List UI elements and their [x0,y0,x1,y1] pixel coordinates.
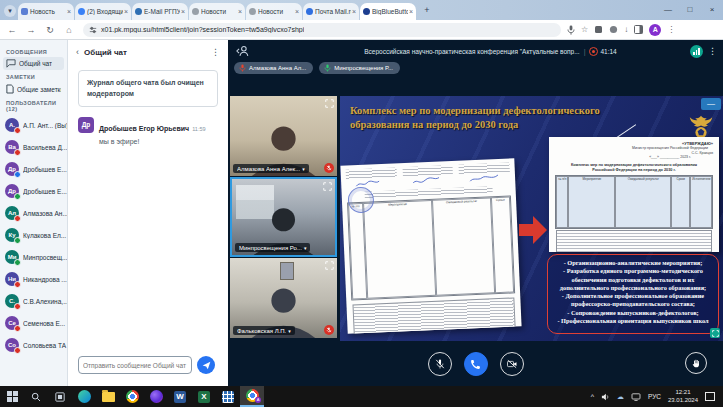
share-webcam-button[interactable] [500,352,524,376]
chat-title: Общий чат [84,48,211,57]
network-icon[interactable] [631,393,641,401]
leave-audio-button[interactable] [464,352,488,376]
user-list-item[interactable]: Ал Алмазова Ан... [0,202,67,224]
chrome-icon[interactable] [120,386,144,407]
side-panel-icon[interactable] [634,25,643,34]
extension-icon[interactable] [594,25,603,34]
user-avatar: Со [5,338,19,352]
start-button[interactable] [0,386,24,407]
bookmark-star-icon[interactable]: ☆ [581,25,588,34]
site-info-icon[interactable] [89,26,97,34]
webcam-name-label[interactable]: Фальковская Л.П.▾ [233,326,295,335]
minimize-presentation-button[interactable]: — [701,98,721,110]
language-indicator[interactable]: РУС [648,393,661,400]
window-maximize-icon[interactable]: □ [679,0,701,20]
chat-back-icon[interactable]: ‹ [76,47,79,57]
tab-close-icon[interactable]: × [295,8,299,15]
browser-tab[interactable]: E-Mail РГПУ им. А. И × [132,3,188,20]
volume-icon[interactable] [601,393,610,401]
webcam-tile[interactable]: Фальковская Л.П.▾ [230,258,337,338]
tab-close-icon[interactable]: × [238,8,242,15]
webcam-name-label[interactable]: Алмазова Анна Алек...▾ [233,164,309,173]
yandex-browser-icon[interactable] [144,386,168,407]
meeting-title-group: Всероссийская научно-практическая конфер… [318,47,663,56]
browser-tab[interactable]: Новости × [189,3,245,20]
home-icon[interactable]: ⌂ [62,25,76,35]
user-list-item[interactable]: Др Дробышев Е... [0,158,67,180]
send-message-button[interactable] [197,356,215,374]
browser-tab[interactable]: Новости × [246,3,302,20]
fullscreen-icon[interactable] [325,99,334,108]
webcam-name-label[interactable]: Минпросвещения Ро...▾ [235,243,310,252]
task-view-icon[interactable] [48,386,72,407]
browser-tab[interactable]: Почта Mail.ru × [303,3,359,20]
clock-time: 12:21 [675,389,690,395]
tab-close-icon[interactable]: × [409,8,413,15]
user-list-item[interactable]: Ва Васильева Д... [0,136,67,158]
user-list-item[interactable]: Се Семенова Е... [0,312,67,334]
window-minimize-icon[interactable]: — [657,0,679,20]
edge-icon[interactable] [72,386,96,407]
new-tab-button[interactable]: + [420,4,434,18]
tab-title: BigBlueButton - [372,8,408,15]
chat-options-icon[interactable]: ⋮ [211,47,220,57]
presentation-slide[interactable]: — Комплекс мер по модернизации дефектоло… [340,96,723,341]
back-icon[interactable]: ← [5,25,19,35]
tray-expand-icon[interactable]: ^ [591,393,594,400]
tab-close-icon[interactable]: × [181,8,185,15]
browser-menu-icon[interactable]: ⋮ [667,25,675,34]
user-name: А.П. Ант... (Вы) [23,122,67,129]
recording-indicator[interactable]: 41:14 [589,47,616,56]
user-list-item[interactable]: А. А.П. Ант... (Вы) [0,114,67,136]
user-list-item[interactable]: Ку Кулакова Ел... [0,224,67,246]
browser-tab[interactable]: BigBlueButton - × [360,3,416,20]
action-center-icon[interactable] [705,392,715,401]
excel-icon[interactable]: X [192,386,216,407]
user-list-item[interactable]: Со Соловьева ТА [0,334,67,356]
profile-avatar[interactable]: A [649,24,661,36]
connection-status-icon[interactable] [690,45,703,58]
clock[interactable]: 12:21 23.01.2024 [668,389,698,404]
extension-icon[interactable] [609,25,618,34]
tab-close-icon[interactable]: × [124,8,128,15]
tab-close-icon[interactable]: × [67,8,71,15]
calculator-icon[interactable] [216,386,240,407]
sidebar-item-shared-notes[interactable]: Общие заметки [3,82,64,96]
fullscreen-icon[interactable] [325,261,334,270]
webcam-tile[interactable]: Минпросвещения Ро...▾ [230,177,337,257]
forward-icon[interactable]: → [24,25,38,35]
reload-icon[interactable]: ↻ [43,25,57,35]
sidebar-item-public-chat[interactable]: Общий чат [3,57,64,70]
taskbar-search-icon[interactable] [24,386,48,407]
user-list-item[interactable]: Др Дробышев Е... [0,180,67,202]
browser-tab[interactable]: Новость × [18,3,74,20]
user-list-item[interactable]: Ми Минпросвещ... [0,246,67,268]
user-name: Никандрова ... [23,276,67,283]
file-explorer-icon[interactable] [96,386,120,407]
fullscreen-icon[interactable] [323,182,332,191]
unmute-button[interactable] [428,352,452,376]
talker-pill[interactable]: Минпросвещения Р... [319,62,400,74]
doc-date-line: «___» __________ 2023 г. [627,155,713,160]
chrome-active-icon[interactable]: A [240,386,264,407]
toggle-userlist-icon[interactable] [236,45,250,57]
address-bar[interactable]: x01.pk.mpgu.su/html5client/join?sessionT… [83,23,561,37]
window-close-icon[interactable]: × [701,0,723,20]
raise-hand-button[interactable] [685,352,707,374]
talker-pill[interactable]: Алмазова Анна Ал... [234,62,313,74]
browser-tab[interactable]: (2) Входящие - Поч × [75,3,131,20]
tab-search-icon[interactable]: ▾ [4,5,16,17]
user-list-item[interactable]: Ни Никандрова ... [0,268,67,290]
downloads-icon[interactable]: ↓ [624,25,628,34]
tab-favicon [249,8,256,15]
tab-close-icon[interactable]: × [352,8,356,15]
meeting-options-icon[interactable]: ⋮ [708,46,717,56]
word-icon[interactable]: W [168,386,192,407]
fit-to-screen-icon[interactable] [710,328,720,338]
user-list-item[interactable]: С. С.В.Алехина,... [0,290,67,312]
webcam-tile[interactable]: Алмазова Анна Алек...▾ [230,96,337,176]
voice-search-icon[interactable] [567,25,575,35]
chat-message-input[interactable] [78,356,192,374]
onedrive-icon[interactable]: ☁ [617,393,624,401]
slide-bullet: - Дополнительное профессиональное образо… [553,292,713,309]
